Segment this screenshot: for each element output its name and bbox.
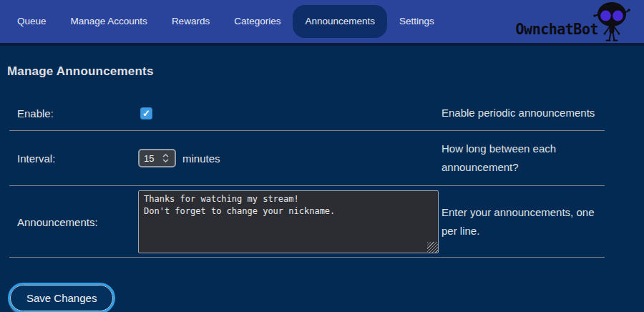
number-spinner[interactable] (159, 154, 172, 162)
chevron-down-icon (162, 159, 169, 162)
chevron-up-icon (162, 154, 169, 157)
enable-label: Enable: (9, 107, 138, 120)
logo: OwnchatBot (516, 0, 631, 43)
announcements-description: Enter your announcements, one per line. (441, 203, 605, 240)
nav-item-manage-accounts[interactable]: Manage Accounts (59, 5, 160, 38)
nav-item-categories[interactable]: Categories (222, 5, 293, 38)
page-title: Manage Announcements (7, 64, 637, 79)
form-row-enable: Enable: Enable periodic announcements (9, 94, 605, 131)
top-navbar: Queue Manage Accounts Rewards Categories… (0, 0, 644, 46)
enable-description: Enable periodic announcements (441, 104, 605, 122)
form-row-announcements: Announcements: Thanks for watching my st… (9, 186, 605, 258)
nav-item-announcements[interactable]: Announcements (293, 5, 387, 38)
announcements-textarea[interactable]: Thanks for watching my stream! Don't for… (138, 190, 439, 253)
save-changes-button[interactable]: Save Changes (10, 285, 113, 311)
interval-label: Interval: (9, 152, 138, 165)
main-nav: Queue Manage Accounts Rewards Categories… (5, 0, 447, 43)
announcements-label: Announcements: (9, 216, 138, 228)
logo-text: OwnchatBot (516, 20, 598, 38)
nav-item-queue[interactable]: Queue (5, 5, 59, 38)
form-row-interval: Interval: minutes How long between each … (9, 131, 605, 186)
interval-input-wrapper (138, 149, 176, 167)
nav-item-rewards[interactable]: Rewards (160, 5, 222, 38)
interval-unit-label: minutes (182, 152, 220, 165)
announcements-form: Enable: Enable periodic announcements In… (9, 94, 605, 258)
interval-description: How long between each announcement? (441, 140, 605, 177)
nav-item-settings[interactable]: Settings (387, 5, 447, 38)
enable-checkbox[interactable] (140, 107, 152, 120)
interval-input[interactable] (140, 153, 159, 164)
robot-logo-icon (592, 1, 631, 42)
